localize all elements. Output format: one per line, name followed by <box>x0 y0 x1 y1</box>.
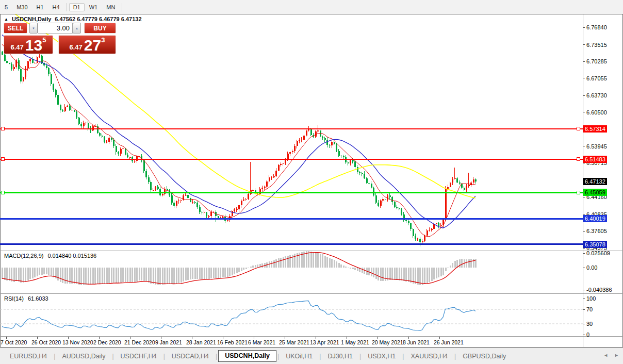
date-axis-label: 13 Apr 2021 <box>310 339 339 345</box>
level-price-badge: 6.57314 <box>583 125 607 133</box>
macd-name: MACD(12,26,9) <box>4 253 43 259</box>
macd-axis-tick <box>583 253 585 254</box>
rsi-name: RSI(14) <box>4 295 24 302</box>
tab-separator: | <box>216 353 217 360</box>
timeframe-button-MN[interactable]: MN <box>102 3 119 11</box>
price-axis-label: 6.60500 <box>586 109 607 115</box>
rsi-axis-tick <box>583 309 585 310</box>
date-axis-label: 13 Nov 2020 <box>62 339 93 345</box>
panel-separator-macd[interactable] <box>0 251 623 251</box>
sell-price-box[interactable]: 6.47 13 5 <box>4 35 53 54</box>
line-handle[interactable] <box>1 158 4 161</box>
buy-button[interactable]: BUY <box>84 23 116 34</box>
tab-usdcad-h4[interactable]: USDCAD,H4 <box>165 350 216 363</box>
date-axis-tick <box>161 337 161 339</box>
sell-button[interactable]: SELL <box>4 23 27 34</box>
rsi-axis-label: 30 <box>586 321 593 327</box>
chart-ohlc-values: 6.47562 6.47779 6.46779 6.47132 <box>55 16 141 22</box>
volume-decrease-button[interactable]: ▼ <box>29 23 38 34</box>
date-axis-tick <box>347 337 347 339</box>
tab-ukoil-h1[interactable]: UKOil,H1 <box>279 350 319 363</box>
date-axis-tick <box>408 337 409 339</box>
date-axis-label: 8 Jun 2021 <box>403 339 430 345</box>
rsi-chart[interactable] <box>0 294 583 336</box>
line-handle[interactable] <box>577 127 580 130</box>
date-axis-label: 25 Mar 2021 <box>279 339 309 345</box>
volume-input[interactable]: 3.00 <box>38 23 73 34</box>
macd-axis-label: -0.040386 <box>586 287 612 293</box>
chart-title: USDCNH,Daily <box>12 16 51 22</box>
timeframe-button-W1[interactable]: W1 <box>85 3 102 11</box>
sell-price-big: 13 <box>25 39 42 52</box>
rsi-line <box>2 301 476 330</box>
price-axis-tick <box>583 78 585 78</box>
level-lines-layer[interactable] <box>0 127 583 244</box>
line-handle[interactable] <box>577 158 580 161</box>
date-axis-label: 16 Feb 2021 <box>217 339 248 345</box>
timeframe-button-5[interactable]: 5 <box>1 3 12 11</box>
line-handle[interactable] <box>577 191 580 194</box>
tab-usdx-h1[interactable]: USDX,H1 <box>361 350 402 363</box>
level-price-badge: 6.40019 <box>583 215 607 222</box>
price-axis-label: 6.73515 <box>586 42 607 48</box>
line-handle[interactable] <box>1 127 4 130</box>
rsi-label: RSI(14) 61.6033 <box>4 295 48 302</box>
rsi-axis-tick <box>583 299 585 299</box>
volume-increase-button[interactable]: ▲ <box>73 23 81 34</box>
buy-price-box[interactable]: 6.47 27 3 <box>58 35 116 54</box>
timeframe-button-M30[interactable]: M30 <box>12 3 31 11</box>
date-axis-label: 2 Dec 2020 <box>93 339 121 345</box>
macd-axis-label: 0.025609 <box>586 250 610 256</box>
tab-usdchf-h4[interactable]: USDCHF,H4 <box>114 350 163 363</box>
tab-dj30-h1[interactable]: DJ30,H1 <box>321 350 359 363</box>
rsi-axis-tick <box>583 324 585 324</box>
tab-scroll-right-icon[interactable]: ► <box>614 353 619 358</box>
rsi-axis-label: 0 <box>586 332 589 338</box>
timeframe-button-D1[interactable]: D1 <box>69 3 85 11</box>
price-axis-tick <box>583 112 585 112</box>
date-axis-tick <box>192 337 192 339</box>
macd-axis-label: 0.00 <box>586 264 597 271</box>
date-axis-label: 20 May 2021 <box>372 339 403 345</box>
date-axis-tick <box>223 337 223 339</box>
price-axis-label: 6.76840 <box>586 24 607 30</box>
line-handle[interactable] <box>1 191 4 194</box>
toolbar-separator <box>67 3 67 11</box>
tab-audusd-daily[interactable]: AUDUSD,Daily <box>55 350 112 363</box>
buy-price-prefix: 6.47 <box>70 43 83 52</box>
tab-eurusd-h4[interactable]: EURUSD,H4 <box>3 350 54 363</box>
date-axis-label: 6 Mar 2021 <box>248 339 275 345</box>
app-window: 5M30H1H4D1W1MN ▲ USDCNH,Daily 6.47562 6.… <box>0 0 623 364</box>
macd-axis-tick <box>583 268 585 268</box>
tab-xauusd-h4[interactable]: XAUUSD,H4 <box>404 350 454 363</box>
tab-scroll-arrows: ◄ ► <box>603 353 619 358</box>
panel-separator-rsi[interactable] <box>0 293 623 294</box>
collapse-icon[interactable]: ▲ <box>4 17 8 22</box>
date-axis-label: 26 Oct 2020 <box>31 339 61 345</box>
one-click-trading-widget: SELL ▼ 3.00 ▲ BUY 6.47 13 5 6.47 27 3 <box>4 23 116 54</box>
chevron-down-icon: ▼ <box>32 27 35 30</box>
price-axis-tick <box>583 197 585 197</box>
buy-price-big: 27 <box>84 39 101 52</box>
date-axis-label: 9 Jan 2021 <box>155 339 182 345</box>
rsi-value: 61.6033 <box>28 295 48 302</box>
price-axis-label: 6.70285 <box>586 58 607 64</box>
price-axis-tick <box>583 163 585 163</box>
date-axis-tick <box>254 337 254 339</box>
price-axis-tick <box>583 61 585 62</box>
date-axis-tick <box>130 337 130 339</box>
date-axis-label: 21 Dec 2020 <box>124 339 155 345</box>
tab-gbpusd-daily[interactable]: GBPUSD,Daily <box>456 350 513 363</box>
timeframe-button-H1[interactable]: H1 <box>32 3 48 11</box>
price-axis-label: 6.53945 <box>586 143 607 150</box>
tab-scroll-left-icon[interactable]: ◄ <box>603 353 608 358</box>
date-axis-label: 28 Jan 2021 <box>186 339 216 345</box>
chevron-up-icon: ▲ <box>75 27 78 30</box>
timeframe-button-H4[interactable]: H4 <box>48 3 64 11</box>
date-axis-tick <box>439 337 440 339</box>
macd-label: MACD(12,26,9) 0.014840 0.015136 <box>4 253 96 259</box>
chart-header: ▲ USDCNH,Daily 6.47562 6.47779 6.46779 6… <box>4 16 142 22</box>
tab-usdcnh-daily[interactable]: USDCNH,Daily <box>218 350 276 362</box>
price-axis-tick <box>583 44 585 45</box>
buy-price-sup: 3 <box>101 36 105 44</box>
